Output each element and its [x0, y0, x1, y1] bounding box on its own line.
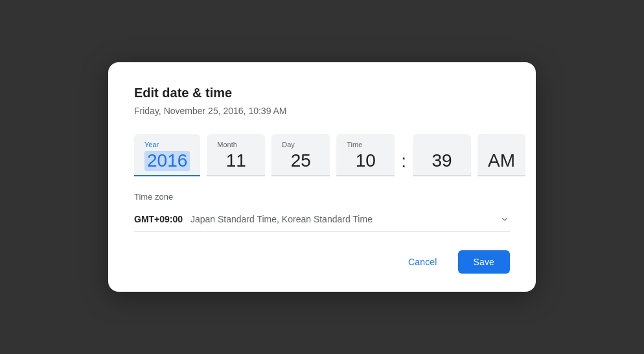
timezone-chevron-icon — [500, 214, 510, 224]
hour-label: Time — [347, 141, 384, 148]
ampm-field-group[interactable]: AM — [477, 134, 525, 176]
timezone-offset: GMT+09:00 Japan Standard Time, Korean St… — [134, 214, 373, 224]
year-value: 2016 — [144, 151, 190, 171]
ampm-field-inner[interactable]: AM — [477, 134, 525, 176]
month-value: 11 — [217, 151, 255, 171]
cancel-button[interactable]: Cancel — [395, 250, 450, 274]
day-label: Day — [282, 141, 319, 148]
timezone-display: GMT+09:00 Japan Standard Time, Korean St… — [134, 213, 373, 225]
minute-field-group[interactable]: 39 — [413, 134, 471, 176]
day-field-inner[interactable]: Day 25 — [271, 134, 330, 176]
timezone-label: Time zone — [134, 192, 510, 202]
overlay: Edit date & time Friday, November 25, 20… — [0, 0, 644, 354]
year-field-group[interactable]: Year 2016 — [134, 134, 200, 176]
hour-field-group[interactable]: Time 10 — [336, 134, 395, 176]
save-button[interactable]: Save — [458, 250, 510, 274]
timezone-select[interactable]: GMT+09:00 Japan Standard Time, Korean St… — [134, 207, 510, 232]
minute-field-inner[interactable]: 39 — [413, 134, 471, 176]
fields-row: Year 2016 Month 11 Day 25 — [134, 134, 510, 176]
day-value: 25 — [282, 151, 319, 171]
minute-label — [423, 141, 461, 148]
ampm-label — [488, 141, 515, 148]
hour-value: 10 — [347, 151, 384, 171]
dialog-title: Edit date & time — [134, 86, 510, 100]
dialog-actions: Cancel Save — [134, 250, 510, 274]
year-field-inner[interactable]: Year 2016 — [134, 134, 200, 176]
day-field-group[interactable]: Day 25 — [271, 134, 330, 176]
dialog-subtitle: Friday, November 25, 2016, 10:39 AM — [134, 106, 510, 116]
time-colon-separator: : — [401, 134, 406, 172]
hour-field-inner[interactable]: Time 10 — [336, 134, 395, 176]
edit-datetime-dialog: Edit date & time Friday, November 25, 20… — [108, 62, 536, 292]
ampm-value: AM — [488, 151, 515, 171]
month-label: Month — [217, 141, 255, 148]
year-label: Year — [144, 141, 190, 148]
minute-value: 39 — [423, 151, 461, 171]
month-field-inner[interactable]: Month 11 — [207, 134, 265, 176]
month-field-group[interactable]: Month 11 — [207, 134, 265, 176]
